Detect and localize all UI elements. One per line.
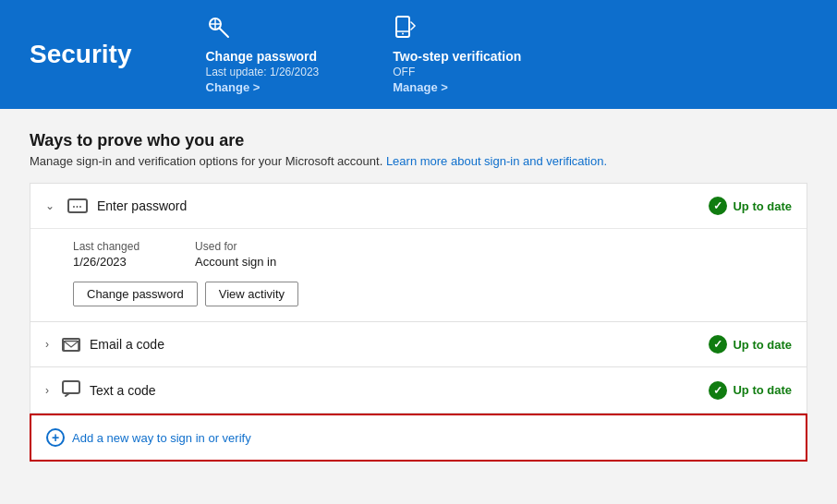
text-card: › Text a code ✓ Up to date [30, 367, 807, 414]
text-header-left: › Text a code [45, 380, 709, 400]
used-for-label: Used for [195, 240, 276, 253]
email-header-left: › Email a code [45, 337, 709, 352]
text-check-circle-icon: ✓ [709, 381, 727, 400]
password-card: ⌄ ••• Enter password ✓ Up to date Last c… [30, 183, 807, 322]
password-card-header[interactable]: ⌄ ••• Enter password ✓ Up to date [30, 184, 807, 228]
section-subtitle: Manage sign-in and verification options … [30, 154, 807, 168]
text-card-header[interactable]: › Text a code ✓ Up to date [30, 367, 807, 413]
two-step-status: OFF [393, 66, 521, 78]
two-step-icon [393, 15, 521, 43]
password-up-to-date: ✓ Up to date [709, 197, 792, 215]
add-new-way-row[interactable]: + Add a new way to sign in or verify [30, 414, 807, 462]
text-status-label: Up to date [733, 383, 792, 397]
chevron-right-2-icon: › [45, 384, 49, 397]
password-icon: ••• [67, 198, 88, 213]
view-activity-button[interactable]: View activity [205, 282, 298, 306]
last-changed-value: 1/26/2023 [73, 255, 140, 269]
section-title: Ways to prove who you are [30, 131, 807, 150]
used-for-value: Account sign in [195, 255, 276, 269]
two-step-action: Two-step verification OFF Manage > [393, 15, 521, 94]
header: Security Change password Last update: 1/… [0, 0, 837, 109]
header-actions: Change password Last update: 1/26/2023 C… [206, 15, 808, 94]
email-status-label: Up to date [733, 338, 792, 352]
page-title: Security [30, 40, 132, 69]
last-changed-block: Last changed 1/26/2023 [73, 240, 140, 269]
text-label: Text a code [90, 383, 156, 398]
change-password-title: Change password [206, 49, 320, 64]
two-step-link[interactable]: Manage > [393, 80, 521, 94]
add-circle-icon: + [46, 428, 65, 447]
password-card-body: Last changed 1/26/2023 Used for Account … [30, 228, 807, 321]
check-circle-icon: ✓ [709, 197, 727, 215]
chevron-right-icon: › [45, 338, 49, 351]
password-header-left: ⌄ ••• Enter password [45, 198, 709, 213]
email-label: Email a code [90, 337, 164, 352]
email-status: ✓ Up to date [709, 335, 792, 354]
svg-line-1 [219, 29, 228, 38]
password-label: Enter password [97, 198, 187, 213]
add-new-way-label: Add a new way to sign in or verify [72, 431, 251, 445]
email-card: › Email a code ✓ Up to date [30, 322, 807, 367]
section-sub-text: Manage sign-in and verification options … [30, 154, 382, 168]
learn-more-link[interactable]: Learn more about sign-in and verificatio… [386, 154, 607, 168]
two-step-title: Two-step verification [393, 49, 521, 64]
chevron-down-icon: ⌄ [45, 199, 55, 212]
change-password-link[interactable]: Change > [206, 80, 320, 94]
change-password-last-update: Last update: 1/26/2023 [206, 66, 320, 78]
password-action-buttons: Change password View activity [73, 282, 792, 306]
password-status-label: Up to date [733, 199, 792, 213]
password-info-row: Last changed 1/26/2023 Used for Account … [73, 240, 792, 269]
main-content: Ways to prove who you are Manage sign-in… [0, 109, 837, 476]
text-status: ✓ Up to date [709, 381, 792, 400]
text-icon [62, 380, 80, 400]
change-password-button[interactable]: Change password [73, 282, 198, 306]
password-status: ✓ Up to date [709, 197, 792, 215]
used-for-block: Used for Account sign in [195, 240, 276, 269]
email-card-header[interactable]: › Email a code ✓ Up to date [30, 322, 807, 366]
last-changed-label: Last changed [73, 240, 140, 253]
svg-rect-8 [63, 381, 79, 393]
email-check-circle-icon: ✓ [709, 335, 727, 354]
change-password-action: Change password Last update: 1/26/2023 C… [206, 15, 320, 94]
change-password-icon [206, 15, 320, 43]
email-icon [62, 338, 80, 352]
svg-point-6 [402, 33, 404, 35]
